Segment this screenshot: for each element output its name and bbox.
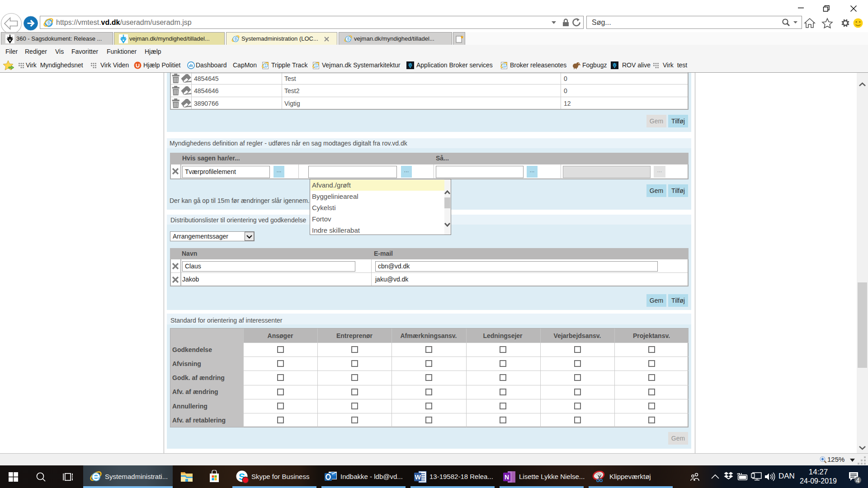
svg-text:N: N: [505, 474, 509, 481]
svg-text:4: 4: [856, 477, 860, 484]
svg-text:W: W: [415, 474, 421, 481]
